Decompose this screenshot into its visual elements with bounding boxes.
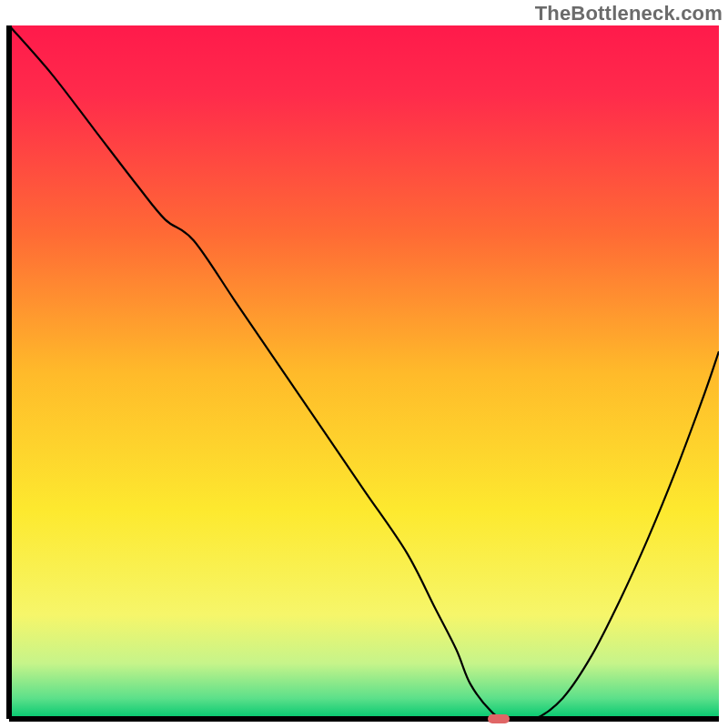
chart-svg (0, 0, 728, 728)
watermark-text: TheBottleneck.com (535, 2, 723, 25)
bottleneck-chart: TheBottleneck.com (0, 0, 728, 728)
minimum-marker (488, 714, 510, 723)
